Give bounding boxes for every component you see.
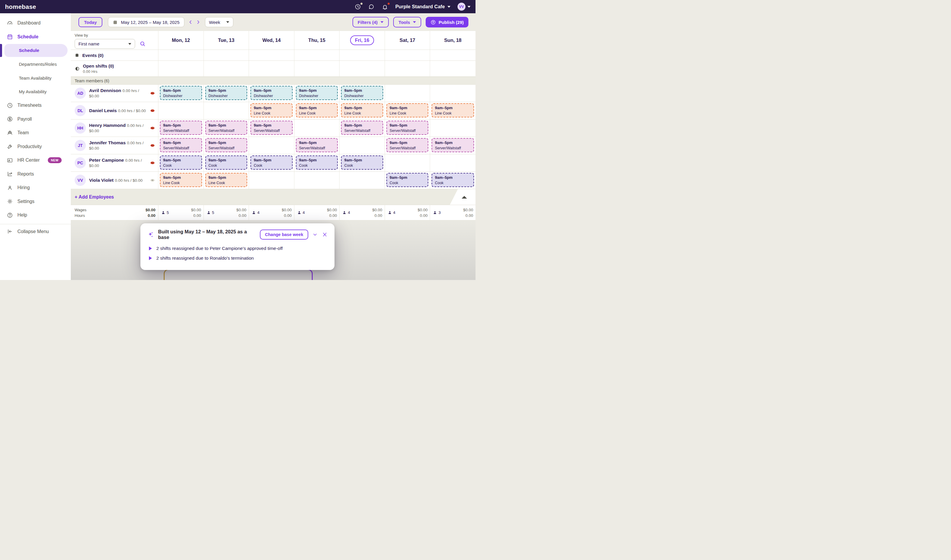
sidebar-subitem-team-availability[interactable]: Team Availability — [0, 71, 71, 85]
shift-chip[interactable]: 9am–5pmDishwasher — [341, 86, 383, 100]
shift-cell-empty[interactable] — [340, 137, 385, 154]
open-shift-cell[interactable] — [340, 61, 385, 77]
shift-chip[interactable]: 9am–5pmServer/Waitstaff — [386, 138, 429, 152]
reassignment-item[interactable]: 2 shifts reassigned due to Peter Campion… — [148, 246, 328, 251]
employee-info[interactable]: PC Peter Campione 0.00 hrs / $0.00 — [71, 154, 158, 172]
shift-cell-empty[interactable] — [385, 85, 430, 102]
shift-chip[interactable]: 9am–5pmServer/Waitstaff — [432, 138, 474, 152]
shift-chip[interactable]: 9am–5pmServer/Waitstaff — [160, 121, 202, 135]
shift-chip[interactable]: 9am–5pmServer/Waitstaff — [205, 138, 248, 152]
shift-cell-empty[interactable] — [249, 137, 294, 154]
shift-chip[interactable]: 9am–5pmServer/Waitstaff — [160, 138, 202, 152]
view-mode-select[interactable]: Week — [205, 17, 233, 27]
events-row-header[interactable]: Events (0) — [71, 50, 158, 61]
collapse-footer-icon[interactable] — [462, 196, 467, 198]
shift-cell[interactable]: 9am–5pmServer/Waitstaff — [385, 120, 430, 137]
messages-icon[interactable] — [368, 3, 375, 10]
shift-cell[interactable]: 9am–5pmServer/Waitstaff — [294, 137, 340, 154]
shift-cell-empty[interactable] — [249, 172, 294, 189]
shift-cell[interactable]: 9am–5pmLine Cook — [340, 102, 385, 120]
next-week-button[interactable] — [195, 19, 202, 25]
sidebar-subitem-departments-roles[interactable]: Departments/Roles — [0, 57, 71, 71]
sidebar-item-settings[interactable]: Settings — [0, 195, 71, 209]
collapse-popup-chevron-icon[interactable] — [312, 232, 318, 237]
day-header-sun[interactable]: Sun, 18 — [430, 31, 476, 50]
timeclock-icon[interactable] — [355, 3, 361, 10]
eye-icon[interactable] — [150, 91, 155, 96]
employee-info[interactable]: HH Henry Hammond 0.00 hrs / $0.00 — [71, 120, 158, 137]
eye-icon[interactable] — [150, 160, 155, 166]
shift-chip[interactable]: 9am–5pmLine Cook — [205, 173, 248, 187]
shift-chip[interactable]: 9am–5pmCook — [205, 155, 248, 170]
shift-chip[interactable]: 9am–5pmCook — [341, 155, 383, 170]
sidebar-item-productivity[interactable]: Productivity — [0, 140, 71, 154]
sidebar-item-dashboard[interactable]: Dashboard — [0, 16, 71, 30]
sidebar-item-hiring[interactable]: Hiring — [0, 181, 71, 195]
collapse-menu-button[interactable]: Collapse Menu — [0, 225, 71, 239]
shift-cell[interactable]: 9am–5pmCook — [430, 172, 476, 189]
sidebar-subitem-schedule[interactable]: Schedule — [5, 44, 68, 57]
shift-cell-empty[interactable] — [385, 154, 430, 172]
shift-chip[interactable]: 9am–5pmDishwasher — [160, 86, 202, 100]
sidebar-item-hr-center[interactable]: HR Center NEW — [0, 154, 71, 167]
employee-info[interactable]: VV Viola Violet 0.00 hrs / $0.00 — [71, 172, 158, 189]
shift-cell[interactable]: 9am–5pmCook — [158, 154, 204, 172]
day-header-tue[interactable]: Tue, 13 — [204, 31, 249, 50]
shift-chip[interactable]: 9am–5pmServer/Waitstaff — [205, 121, 248, 135]
shift-cell-empty[interactable] — [430, 85, 476, 102]
open-shift-cell[interactable] — [249, 61, 294, 77]
events-cell[interactable] — [294, 50, 340, 61]
shift-cell-empty[interactable] — [340, 172, 385, 189]
open-shift-cell[interactable] — [158, 61, 204, 77]
eye-icon[interactable] — [150, 125, 155, 131]
user-menu[interactable]: VV — [457, 3, 471, 11]
sidebar-item-payroll[interactable]: Payroll — [0, 112, 71, 126]
shift-chip[interactable]: 9am–5pmServer/Waitstaff — [386, 121, 429, 135]
shift-chip[interactable]: 9am–5pmLine Cook — [160, 173, 202, 187]
search-icon[interactable] — [140, 41, 146, 47]
eye-icon[interactable] — [150, 108, 155, 113]
view-by-select[interactable]: First name — [75, 39, 135, 49]
sidebar-item-timesheets[interactable]: Timesheets — [0, 98, 71, 112]
add-employees-button[interactable]: + Add Employees — [75, 194, 114, 200]
shift-cell[interactable]: 9am–5pmServer/Waitstaff — [158, 137, 204, 154]
today-button[interactable]: Today — [78, 17, 102, 27]
shift-cell[interactable]: 9am–5pmLine Cook — [204, 172, 249, 189]
shift-cell[interactable]: 9am–5pmDishwasher — [340, 85, 385, 102]
shift-cell[interactable]: 9am–5pmServer/Waitstaff — [204, 137, 249, 154]
shift-chip[interactable]: 9am–5pmServer/Waitstaff — [296, 138, 338, 152]
day-header-thu[interactable]: Thu, 15 — [294, 31, 340, 50]
shift-cell-empty[interactable] — [430, 154, 476, 172]
shift-cell[interactable]: 9am–5pmDishwasher — [204, 85, 249, 102]
shift-chip[interactable]: 9am–5pmCook — [432, 173, 474, 187]
shift-cell-empty[interactable] — [294, 172, 340, 189]
date-range-picker[interactable]: May 12, 2025 – May 18, 2025 — [108, 17, 184, 27]
shift-cell[interactable]: 9am–5pmCook — [204, 154, 249, 172]
events-cell[interactable] — [158, 50, 204, 61]
open-shift-cell[interactable] — [430, 61, 476, 77]
shift-cell[interactable]: 9am–5pmCook — [294, 154, 340, 172]
shift-cell[interactable]: 9am–5pmCook — [249, 154, 294, 172]
shift-cell[interactable]: 9am–5pmDishwasher — [158, 85, 204, 102]
publish-button[interactable]: Publish (29) — [426, 17, 468, 28]
sidebar-item-team[interactable]: Team — [0, 126, 71, 140]
shift-cell-empty[interactable] — [294, 120, 340, 137]
shift-cell[interactable]: 9am–5pmLine Cook — [294, 102, 340, 120]
open-shifts-row-header[interactable]: Open shifts (0) 0.00 Hrs — [71, 61, 158, 77]
sidebar-item-help[interactable]: Help — [0, 208, 71, 222]
day-header-sat[interactable]: Sat, 17 — [385, 31, 430, 50]
shift-chip[interactable]: 9am–5pmLine Cook — [432, 103, 474, 117]
filters-button[interactable]: Filters (4) — [352, 17, 389, 28]
shift-chip[interactable]: 9am–5pmLine Cook — [341, 103, 383, 117]
shift-chip[interactable]: 9am–5pmDishwasher — [205, 86, 248, 100]
employee-info[interactable]: DL Daniel Lewis 0.00 hrs / $0.00 — [71, 102, 158, 120]
day-header-mon[interactable]: Mon, 12 — [158, 31, 204, 50]
events-cell[interactable] — [340, 50, 385, 61]
shift-cell[interactable]: 9am–5pmServer/Waitstaff — [430, 137, 476, 154]
eye-icon[interactable] — [150, 178, 155, 183]
events-cell[interactable] — [385, 50, 430, 61]
events-cell[interactable] — [430, 50, 476, 61]
shift-cell[interactable]: 9am–5pmServer/Waitstaff — [249, 120, 294, 137]
open-shift-cell[interactable] — [204, 61, 249, 77]
shift-chip[interactable]: 9am–5pmDishwasher — [296, 86, 338, 100]
